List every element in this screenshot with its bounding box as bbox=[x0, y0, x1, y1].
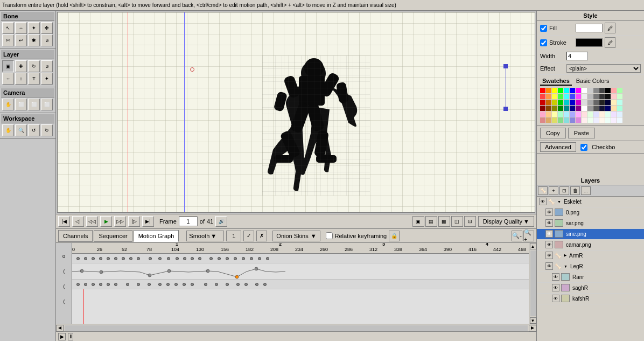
kf-3-21[interactable] bbox=[263, 283, 267, 286]
layer-item-armr[interactable]: 👁 🦴 ▶ ArmR bbox=[537, 250, 644, 261]
scroll-up-btn[interactable]: ▲ bbox=[530, 243, 536, 249]
fill-color-box[interactable] bbox=[576, 24, 603, 32]
smooth-value-input[interactable] bbox=[226, 231, 241, 241]
layer-eye-sarpng[interactable]: 👁 bbox=[545, 219, 553, 227]
swatch-64[interactable] bbox=[587, 112, 593, 117]
layer-item-camarpng[interactable]: 👁 camar.png bbox=[537, 240, 644, 250]
swatch-62[interactable] bbox=[576, 112, 581, 117]
swatch-58[interactable] bbox=[552, 112, 557, 117]
swatch-21[interactable] bbox=[582, 94, 587, 99]
layer-tool-move-h[interactable]: ↔ bbox=[2, 73, 14, 85]
workspace-tool-hand[interactable]: ✋ bbox=[2, 124, 14, 136]
swatch-83[interactable] bbox=[617, 117, 622, 123]
swatch-74[interactable] bbox=[564, 117, 569, 123]
fill-eyedropper[interactable]: 🖉 bbox=[605, 23, 615, 33]
kf-3-16[interactable] bbox=[215, 283, 218, 286]
layer-tool-transform[interactable]: ▣ bbox=[2, 60, 14, 72]
layer-more-btn[interactable]: … bbox=[581, 186, 591, 195]
relative-key-checkbox[interactable] bbox=[326, 232, 333, 239]
swatch-66[interactable] bbox=[599, 112, 605, 117]
swatch-25[interactable] bbox=[605, 94, 611, 99]
layer-item-sinepng[interactable]: 👁 sine.png bbox=[537, 229, 644, 240]
swatch-68[interactable] bbox=[611, 112, 617, 117]
swatch-54[interactable] bbox=[611, 106, 617, 111]
curve-dot-2[interactable] bbox=[100, 270, 103, 274]
swatch-22[interactable] bbox=[587, 94, 593, 99]
swatch-53[interactable] bbox=[605, 106, 611, 111]
bone-tool-4[interactable]: ✤ bbox=[41, 22, 53, 34]
swatch-26[interactable] bbox=[611, 94, 617, 99]
swatch-59[interactable] bbox=[558, 112, 563, 117]
bone-tool-7[interactable]: ✱ bbox=[28, 34, 40, 46]
swatch-56[interactable] bbox=[540, 112, 545, 117]
swatch-37[interactable] bbox=[593, 100, 599, 105]
lock-btn[interactable]: 🔒 bbox=[389, 231, 400, 241]
kf-3-2[interactable] bbox=[84, 283, 87, 286]
swatch-67[interactable] bbox=[605, 112, 611, 117]
layer-tool-star[interactable]: ✦ bbox=[41, 73, 53, 85]
swatch-35[interactable] bbox=[582, 100, 587, 105]
curve-dot-7[interactable] bbox=[255, 267, 258, 270]
swatch-51[interactable] bbox=[593, 106, 599, 111]
h-scroll-thumb[interactable] bbox=[65, 325, 528, 331]
swatch-23[interactable] bbox=[593, 94, 599, 99]
layer-eye-0png[interactable]: 👁 bbox=[545, 208, 553, 216]
camera-tool-3[interactable]: ⬜ bbox=[28, 99, 40, 110]
transport-audio[interactable]: 🔊 bbox=[215, 216, 227, 227]
display-quality-btn[interactable]: Display Quality ▼ bbox=[478, 216, 534, 227]
transport-play[interactable]: ▶ bbox=[100, 216, 112, 227]
swatch-30[interactable] bbox=[552, 100, 557, 105]
stroke-eyedropper[interactable]: 🖉 bbox=[605, 37, 615, 48]
swatch-28[interactable] bbox=[540, 100, 545, 105]
swatch-65[interactable] bbox=[593, 112, 599, 117]
swatch-14[interactable] bbox=[540, 94, 545, 99]
swatch-15[interactable] bbox=[546, 94, 551, 99]
swatch-80[interactable] bbox=[599, 117, 605, 123]
swatch-16[interactable] bbox=[552, 94, 557, 99]
swatch-0[interactable] bbox=[540, 88, 545, 93]
kf-1-21[interactable] bbox=[242, 257, 245, 260]
layer-item-eskelet[interactable]: 👁 🦴 ▼ Eskelet bbox=[537, 197, 644, 207]
swatch-44[interactable] bbox=[552, 106, 557, 111]
kf-1-20[interactable] bbox=[234, 257, 237, 260]
camera-tool-4[interactable]: ⬜ bbox=[41, 99, 53, 110]
swatch-31[interactable] bbox=[558, 100, 563, 105]
swatch-3[interactable] bbox=[558, 88, 563, 93]
play-bottom-btn[interactable]: ▶ bbox=[58, 333, 66, 340]
layer-collapse-armr[interactable]: ▶ bbox=[564, 253, 566, 258]
layer-eye-sinepng[interactable]: 👁 bbox=[545, 230, 553, 238]
kf-1-3[interactable] bbox=[92, 257, 95, 260]
bone-tool-8[interactable]: ⌀ bbox=[41, 34, 53, 46]
zoom-out-btn[interactable]: 🔍- bbox=[512, 231, 522, 241]
swatch-17[interactable] bbox=[558, 94, 563, 99]
transport-step-back[interactable]: ◁◁ bbox=[86, 216, 98, 227]
swatch-36[interactable] bbox=[587, 100, 593, 105]
kf-1-18[interactable] bbox=[218, 257, 221, 260]
kf-1-15[interactable] bbox=[191, 257, 194, 260]
swatch-29[interactable] bbox=[546, 100, 551, 105]
layer-item-legr[interactable]: 👁 🦴 ▼ LegR bbox=[537, 261, 644, 272]
swatch-55[interactable] bbox=[617, 106, 622, 111]
swatch-49[interactable] bbox=[582, 106, 587, 111]
layer-eye-legr[interactable]: 👁 bbox=[545, 262, 553, 270]
layer-item-0png[interactable]: 👁 0.png bbox=[537, 207, 644, 218]
swatch-11[interactable] bbox=[605, 88, 611, 93]
fill-checkbox[interactable] bbox=[540, 25, 547, 32]
swatch-78[interactable] bbox=[587, 117, 593, 123]
bone-tool-1[interactable]: ↖ bbox=[2, 22, 14, 34]
tab-motion-graph[interactable]: Motion Graph bbox=[134, 230, 179, 242]
kf-3-8[interactable] bbox=[137, 283, 140, 286]
swatch-7[interactable] bbox=[582, 88, 587, 93]
swatch-2[interactable] bbox=[552, 88, 557, 93]
transport-step-fwd[interactable]: ▷▷ bbox=[114, 216, 126, 227]
kf-3-18[interactable] bbox=[236, 283, 240, 286]
kf-1-7[interactable] bbox=[122, 257, 125, 260]
kf-1-5[interactable] bbox=[107, 257, 110, 260]
swatch-24[interactable] bbox=[599, 94, 605, 99]
layer-tool-rotate[interactable]: ↻ bbox=[28, 60, 40, 72]
swatch-81[interactable] bbox=[605, 117, 611, 123]
swatch-72[interactable] bbox=[552, 117, 557, 123]
onion-skins-btn[interactable]: Onion Skins ▼ bbox=[272, 231, 320, 241]
swatch-10[interactable] bbox=[599, 88, 605, 93]
swatch-40[interactable] bbox=[611, 100, 617, 105]
